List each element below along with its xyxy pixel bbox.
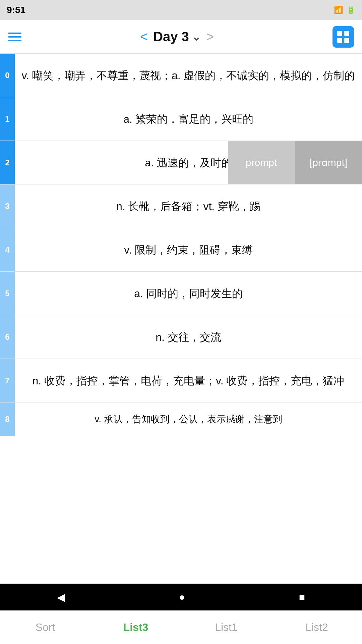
menu-button[interactable] — [8, 33, 21, 41]
grid-icon — [337, 30, 350, 44]
word-row[interactable]: 5 a. 同时的，同时发生的 — [0, 272, 362, 315]
word-definition-0: v. 嘲笑，嘲弄，不尊重，蔑视；a. 虚假的，不诚实的，模拟的，仿制的 — [15, 54, 362, 97]
word-definition-5: a. 同时的，同时发生的 — [15, 272, 362, 315]
grid-view-button[interactable] — [333, 26, 354, 48]
popup-phonetic-button[interactable]: [prɑmpt] — [295, 141, 362, 184]
back-arrow[interactable]: < — [140, 29, 148, 44]
toolbar: < Day 3 ⌄ > — [0, 20, 362, 54]
svg-rect-3 — [344, 38, 349, 43]
word-definition-4: v. 限制，约束，阻碍，束缚 — [15, 228, 362, 271]
status-time: 9:51 — [7, 5, 25, 15]
tab-sort-label: Sort — [36, 621, 55, 634]
status-bar: 9:51 📶 🔋 — [0, 0, 362, 20]
battery-icon: 🔋 — [346, 6, 355, 14]
hamburger-line-3 — [8, 40, 21, 41]
word-row[interactable]: 4 v. 限制，约束，阻碍，束缚 — [0, 228, 362, 272]
popup-word-button[interactable]: prompt — [228, 141, 295, 184]
word-index-5: 5 — [0, 272, 15, 315]
word-index-4: 4 — [0, 228, 15, 271]
word-index-8: 8 — [0, 402, 15, 436]
hamburger-line-2 — [8, 36, 21, 38]
popup-phonetic-text: [prɑmpt] — [310, 157, 347, 168]
tab-list2-label: List2 — [305, 621, 328, 634]
tab-list3-label: List3 — [123, 621, 148, 634]
word-index-3: 3 — [0, 184, 15, 228]
word-row[interactable]: 8 v. 承认，告知收到，公认，表示感谢，注意到 — [0, 402, 362, 436]
word-index-7: 7 — [0, 359, 15, 402]
word-definition-7: n. 收费，指控，掌管，电荷，充电量；v. 收费，指控，充电，猛冲 — [15, 359, 362, 402]
word-index-1: 1 — [0, 97, 15, 141]
chevron-down-icon: ⌄ — [192, 31, 201, 43]
word-index-6: 6 — [0, 315, 15, 359]
bottom-tab-bar: Sort List3 List1 List2 — [0, 610, 362, 644]
word-definition-3: n. 长靴，后备箱；vt. 穿靴，踢 — [15, 184, 362, 228]
word-definition-8: v. 承认，告知收到，公认，表示感谢，注意到 — [15, 402, 362, 436]
popup-overlay: prompt [prɑmpt] — [228, 141, 362, 184]
signal-icon: 📶 — [334, 6, 343, 14]
day-title-text: Day 3 — [153, 29, 189, 44]
android-back-button[interactable]: ◀ — [57, 591, 65, 603]
toolbar-nav: < Day 3 ⌄ > — [140, 29, 214, 44]
tab-sort[interactable]: Sort — [0, 610, 90, 644]
day-title[interactable]: Day 3 ⌄ — [153, 29, 201, 44]
hamburger-line-1 — [8, 33, 21, 34]
svg-rect-0 — [337, 31, 342, 36]
android-recent-button[interactable]: ■ — [299, 591, 305, 603]
word-row[interactable]: 0 v. 嘲笑，嘲弄，不尊重，蔑视；a. 虚假的，不诚实的，模拟的，仿制的 — [0, 54, 362, 97]
word-index-0: 0 — [0, 54, 15, 97]
tab-list3[interactable]: List3 — [90, 610, 181, 644]
svg-rect-2 — [337, 38, 342, 43]
word-row[interactable]: 6 n. 交往，交流 — [0, 315, 362, 359]
word-definition-1: a. 繁荣的，富足的，兴旺的 — [15, 97, 362, 141]
word-definition-6: n. 交往，交流 — [15, 315, 362, 359]
tab-list1[interactable]: List1 — [181, 610, 272, 644]
svg-rect-1 — [344, 31, 349, 36]
word-row[interactable]: 7 n. 收费，指控，掌管，电荷，充电量；v. 收费，指控，充电，猛冲 — [0, 359, 362, 402]
android-home-button[interactable]: ● — [179, 591, 185, 603]
word-row[interactable]: 3 n. 长靴，后备箱；vt. 穿靴，踢 — [0, 184, 362, 228]
forward-arrow[interactable]: > — [206, 29, 214, 44]
word-list: 0 v. 嘲笑，嘲弄，不尊重，蔑视；a. 虚假的，不诚实的，模拟的，仿制的 1 … — [0, 54, 362, 496]
word-index-2: 2 — [0, 141, 15, 184]
word-row-popup[interactable]: 2 a. 迅速的，及时的 prompt [prɑmpt] — [0, 141, 362, 184]
tab-list2[interactable]: List2 — [272, 610, 362, 644]
word-row[interactable]: 1 a. 繁荣的，富足的，兴旺的 — [0, 97, 362, 141]
popup-word-text: prompt — [246, 157, 277, 168]
tab-list1-label: List1 — [215, 621, 238, 634]
android-nav-bar: ◀ ● ■ — [0, 584, 362, 610]
